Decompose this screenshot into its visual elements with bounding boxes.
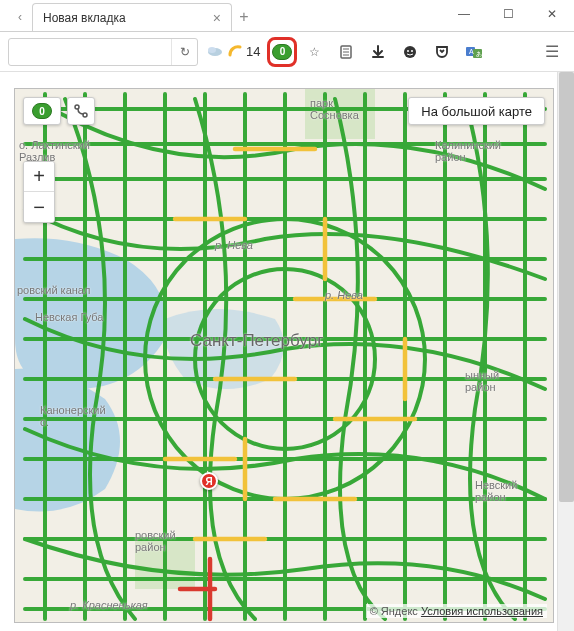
- map-attribution: © Яндекс Условия использования: [366, 604, 547, 618]
- traffic-toolbar-button[interactable]: 0: [268, 38, 296, 66]
- svg-point-1: [208, 47, 216, 53]
- traffic-level-badge: 0: [272, 44, 292, 60]
- svg-text:あ: あ: [476, 51, 482, 58]
- emoji-button[interactable]: [396, 38, 424, 66]
- attribution-link[interactable]: Условия использования: [421, 605, 543, 617]
- map-traffic-badge[interactable]: 0: [23, 97, 61, 125]
- weather-temperature: 14: [246, 44, 260, 59]
- minimize-button[interactable]: —: [442, 0, 486, 28]
- cloud-icon: [206, 43, 224, 60]
- translate-button[interactable]: Aあ: [460, 38, 488, 66]
- toolbar: ↻ 14 0 ☆ Aあ ☰: [0, 32, 574, 72]
- pocket-button[interactable]: [428, 38, 456, 66]
- scrollbar-thumb[interactable]: [559, 72, 574, 502]
- maximize-button[interactable]: ☐: [486, 0, 530, 28]
- url-bar: ↻: [8, 38, 198, 66]
- map-pin-yandex[interactable]: Я: [200, 472, 218, 490]
- svg-point-8: [411, 50, 413, 52]
- vertical-scrollbar[interactable]: [557, 72, 574, 631]
- map-traffic-level: 0: [32, 103, 52, 119]
- tab-title: Новая вкладка: [43, 11, 126, 25]
- map-route-button[interactable]: [67, 97, 95, 125]
- attribution-prefix: © Яндекс: [370, 605, 421, 617]
- zoom-out-button[interactable]: −: [24, 192, 54, 222]
- svg-point-6: [404, 46, 416, 58]
- svg-point-7: [407, 50, 409, 52]
- reading-list-button[interactable]: [332, 38, 360, 66]
- close-window-button[interactable]: ✕: [530, 0, 574, 28]
- map-canvas: [15, 89, 554, 623]
- new-tab-button[interactable]: +: [232, 3, 256, 31]
- zoom-controls: + −: [23, 161, 55, 223]
- menu-button[interactable]: ☰: [538, 38, 566, 66]
- tab-active[interactable]: Новая вкладка ×: [32, 3, 232, 31]
- bookmark-star-button[interactable]: ☆: [300, 38, 328, 66]
- url-input[interactable]: [9, 39, 171, 65]
- tab-close-button[interactable]: ×: [213, 11, 221, 25]
- svg-text:A: A: [469, 48, 474, 55]
- map-frame[interactable]: парк Сосновка Калининский район о. Лахти…: [14, 88, 554, 623]
- downloads-button[interactable]: [364, 38, 392, 66]
- sun-icon: [228, 43, 242, 60]
- route-icon: [73, 103, 89, 119]
- content-area: парк Сосновка Калининский район о. Лахти…: [0, 72, 574, 629]
- svg-point-18: [75, 105, 79, 109]
- full-map-button[interactable]: На большой карте: [408, 97, 545, 125]
- weather-widget[interactable]: 14: [202, 38, 264, 66]
- zoom-in-button[interactable]: +: [24, 162, 54, 192]
- reload-button[interactable]: ↻: [171, 39, 197, 65]
- tab-prev-button[interactable]: ‹: [8, 3, 32, 31]
